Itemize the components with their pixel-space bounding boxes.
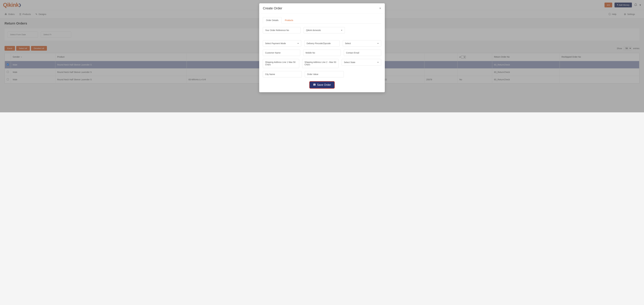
modal-header: Create Order × (259, 3, 385, 13)
city-input[interactable] (263, 71, 302, 77)
payment-mode-select[interactable]: Select Payment Mode (263, 40, 301, 46)
create-order-modal: Create Order × Order Details Products Qi… (259, 3, 385, 92)
address-line-1-input[interactable] (263, 59, 299, 68)
tab-products[interactable]: Products (282, 17, 296, 23)
courier-select[interactable]: Select (343, 40, 381, 46)
customer-name-input[interactable] (263, 50, 300, 56)
save-order-label: Save Order (317, 83, 331, 86)
save-icon (313, 83, 316, 87)
shipping-type-select[interactable]: Qikink domestic (304, 27, 345, 33)
address-line-2-input[interactable] (302, 59, 338, 68)
email-input[interactable] (344, 50, 381, 56)
order-reference-input[interactable] (263, 27, 301, 33)
modal-tabs: Order Details Products (263, 17, 381, 23)
mobile-input[interactable] (303, 50, 340, 56)
order-value-input[interactable] (305, 71, 344, 77)
modal-title: Create Order (263, 6, 282, 10)
tab-order-details[interactable]: Order Details (263, 17, 282, 23)
state-select[interactable]: Select State (342, 59, 381, 66)
close-icon[interactable]: × (379, 6, 381, 10)
pincode-input[interactable] (304, 40, 340, 46)
save-order-button[interactable]: Save Order (309, 81, 335, 89)
